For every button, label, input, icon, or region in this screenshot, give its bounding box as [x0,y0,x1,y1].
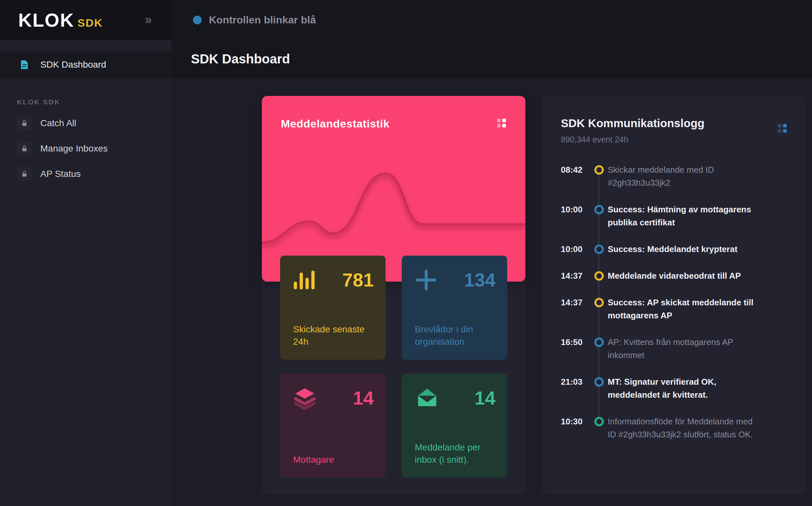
log-card-subtitle: 890,344 event 24h [561,135,787,144]
sidebar-item-sdk-dashboard[interactable]: SDK Dashboard [0,52,171,78]
stat-label: Skickade senaste 24h [293,323,374,348]
message-statistics-panel: Meddelandestatistik [262,96,525,494]
sidebar-item-label: Manage Inboxes [40,144,108,154]
sidebar-item-ap-status[interactable]: AP Status [0,161,171,187]
timeline-dot-icon [594,271,604,281]
stat-label: Meddelande per inbox (i snitt). [415,441,495,466]
log-text: Success: Hämtning av mottagarens publika… [608,203,760,229]
log-time: 14:37 [561,269,590,282]
stat-label: Mottagare [293,454,374,466]
timeline-dot-icon [594,338,604,347]
open-envelope-icon [415,387,439,409]
stat-tile-sent: 781 Skickade senaste 24h [280,256,386,360]
card-menu-icon[interactable] [777,122,788,134]
log-entry: 14:37 Success: AP skickat meddelande til… [561,296,787,322]
message-statistics-card: Meddelandestatistik [262,96,525,282]
stats-card-title: Meddelandestatistik [281,117,389,130]
plus-icon [415,269,437,293]
log-timeline: 08:42 Skickar meddelande med ID #2gh33h3… [561,163,787,441]
dashboard-icon [17,57,32,72]
stat-value: 14 [474,389,495,408]
brand-logo[interactable]: KLOK SDK » [0,0,171,40]
log-text: AP: Kvittens från mottagarens AP inkomme… [608,336,760,362]
log-time: 10:00 [561,203,590,216]
log-time: 16:50 [561,336,590,349]
stat-value: 14 [353,389,374,408]
stat-value: 134 [464,270,495,289]
log-entry: 10:00 Success: Hämtning av mottagarens p… [561,203,787,229]
log-entry: 10:30 Informationsflöde för Meddelande m… [561,415,787,441]
timeline-dot-icon [594,298,604,307]
page-header: SDK Dashboard [171,40,812,78]
sidebar-section-label: KLOK SDK [17,98,171,106]
app-window: KLOK SDK » Kontrollen blinkar blå SDK Da… [0,0,812,506]
timeline-dot-icon [594,205,604,214]
sidebar-item-catch-all[interactable]: Catch All [0,110,171,136]
card-menu-icon[interactable] [496,117,507,129]
log-entry: 14:37 Meddelande vidarebeodrat till AP [561,269,787,282]
timeline-dot-icon [594,377,604,387]
communication-log-card: SDK Kommunikationslogg 890,344 event 24h… [542,96,806,494]
timeline-dot-icon [594,417,604,426]
lock-icon [17,141,32,156]
timeline-dot-icon [594,245,604,254]
stat-label: Brevlådor i din organisation [415,323,495,348]
sidebar-item-label: Catch All [40,118,76,129]
log-time: 14:37 [561,296,590,309]
log-text: Meddelande vidarebeodrat till AP [608,269,760,282]
log-text: Skickar meddelande med ID #2gh33h3u33jk2 [608,163,760,189]
log-text: Success: Meddelandet krypterat [608,243,760,256]
logo-brand-text: KLOK [18,9,74,31]
stat-tile-inboxes: 134 Brevlådor i din organisation [402,256,507,360]
log-time: 08:42 [561,163,590,176]
sidebar-item-label: SDK Dashboard [40,60,106,70]
log-text: Informationsflöde för Meddelande med ID … [608,415,760,441]
stat-tile-per-inbox: 14 Meddelande per inbox (i snitt). [402,374,507,478]
page-title: SDK Dashboard [191,52,290,66]
bar-chart-icon [293,269,317,291]
stat-value: 781 [342,270,374,289]
log-time: 21:03 [561,375,590,388]
status-text: Kontrollen blinkar blå [209,14,316,26]
sidebar-item-manage-inboxes[interactable]: Manage Inboxes [0,136,171,161]
sidebar: SDK Dashboard KLOK SDK Catch All Manage … [0,40,171,506]
sidebar-item-label: AP Status [40,169,81,179]
log-entry: 10:00 Success: Meddelandet krypterat [561,243,787,256]
stat-tile-recipients: 14 Mottagare [280,374,386,478]
stat-tiles: 781 Skickade senaste 24h 134 Brevlådor i… [280,256,507,478]
log-time: 10:30 [561,415,590,428]
lock-icon [17,116,32,131]
main-content: Meddelandestatistik [171,78,812,506]
log-text: Success: AP skickat meddelande till mott… [608,296,760,322]
log-entry: 21:03 MT: Signatur verifierad OK, meddel… [561,375,787,401]
log-entry: 16:50 AP: Kvittens från mottagarens AP i… [561,336,787,362]
lock-icon [17,167,32,181]
log-text: MT: Signatur verifierad OK, meddelandet … [608,375,760,401]
status-dot-icon [193,16,202,24]
topbar: Kontrollen blinkar blå [171,0,812,40]
log-time: 10:00 [561,243,590,256]
log-card-title: SDK Kommunikationslogg [561,117,787,130]
timeline-dot-icon [594,165,604,175]
logo-suffix-text: SDK [77,17,103,29]
layers-icon [293,387,317,411]
log-entry: 08:42 Skickar meddelande med ID #2gh33h3… [561,163,787,189]
sidebar-collapse-icon[interactable]: » [145,12,152,27]
